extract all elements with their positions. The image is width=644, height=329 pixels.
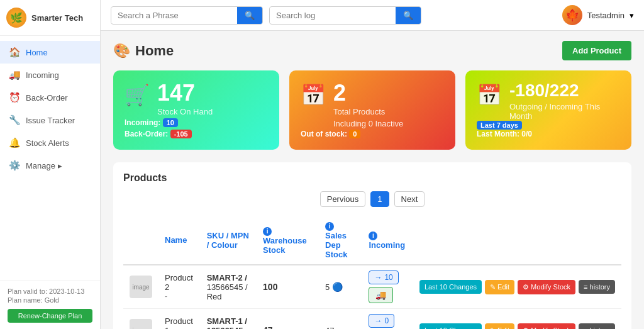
backorder-badge: -105	[170, 130, 192, 138]
search-phrase-input[interactable]	[111, 8, 237, 23]
renew-change-plan-button[interactable]: Renew-Change Plan	[8, 309, 92, 323]
th-image	[123, 216, 158, 265]
stock-alerts-icon: 🔔	[9, 137, 21, 148]
stock-value: 147	[157, 82, 213, 104]
sidebar-logo[interactable]: 🌿 Smarter Tech	[0, 0, 100, 36]
add-product-button[interactable]: Add Product	[562, 41, 631, 60]
sidebar-item-manage[interactable]: ⚙️Manage ▸	[0, 154, 100, 177]
sidebar-item-home[interactable]: 🏠Home	[0, 41, 100, 64]
action-buttons-group: Last 10 Changes✎ Edit⚙ Modify Stock≡ his…	[419, 280, 615, 294]
home-icon: 🏠	[9, 47, 21, 58]
truck-button[interactable]: 🚚	[369, 287, 393, 303]
action-✎-edit-button[interactable]: ✎ Edit	[485, 280, 514, 294]
sidebar-item-back-order[interactable]: ⏰Back-Order	[0, 86, 100, 109]
sidebar-footer: Plan valid to: 2023-10-13 Plan name: Gol…	[0, 281, 100, 329]
sidebar-item-label-issue-tracker: Issue Tracker	[26, 116, 75, 125]
incoming-cell: → 0 🚚	[362, 309, 413, 330]
incoming-qty-value: 0	[384, 316, 389, 325]
logo-text: Smarter Tech	[31, 13, 83, 23]
user-name: Testadmin	[587, 11, 625, 20]
outgoing-value: -180/222	[509, 82, 620, 99]
backorder-detail: Back-Order: -105	[125, 130, 268, 138]
last-7-days-badge: Last 7 days	[477, 121, 522, 130]
sidebar-item-label-home: Home	[26, 48, 48, 57]
action-≡-history-button[interactable]: ≡ history	[579, 323, 615, 329]
issue-tracker-icon: 🔧	[9, 114, 21, 126]
table-header-row: Name SKU / MPN / Colour iWarehouse Stock…	[123, 216, 621, 265]
incoming-qty-value: 10	[384, 273, 392, 282]
action-last-10-changes-button[interactable]: Last 10 Changes	[419, 280, 482, 294]
product-name-cell: Product 1 -	[158, 309, 201, 330]
product-sku: SMART-1 / 13566545	[207, 316, 247, 330]
last-month-text: Last Month: 0/0	[477, 130, 532, 138]
search-phrase-box: 🔍	[111, 6, 263, 25]
sales-dep-stock-cell: 5 🔵	[319, 265, 362, 309]
incoming-detail: Incoming: 10	[125, 118, 268, 127]
incoming-qty-button[interactable]: → 0	[369, 314, 394, 328]
incoming-info-icon: i	[369, 231, 377, 240]
plan-valid: Plan valid to: 2023-10-13	[8, 287, 92, 295]
products-title: Products	[123, 172, 621, 184]
th-actions	[413, 216, 621, 265]
current-page-button[interactable]: 1	[370, 191, 389, 207]
out-of-stock-badge: 0	[349, 130, 360, 138]
plan-name: Plan name: Gold	[8, 296, 92, 304]
back-order-icon: ⏰	[9, 92, 21, 103]
product-name-sub: -	[165, 292, 194, 301]
total-products-label: Total Products	[333, 107, 403, 116]
user-avatar: 🍁	[562, 5, 582, 25]
user-area[interactable]: 🍁 Testadmin ▾	[562, 5, 634, 25]
incoming-qty-button[interactable]: → 10	[369, 270, 398, 284]
warehouse-stock-cell: 47	[257, 309, 319, 330]
sidebar-item-label-manage: Manage ▸	[26, 161, 62, 170]
sidebar-item-stock-alerts[interactable]: 🔔Stock Alerts	[0, 131, 100, 154]
sidebar-item-label-back-order: Back-Order	[26, 93, 67, 103]
content-area: 🎨 Home Add Product 🛒 147 Stock On Hand I…	[101, 31, 644, 329]
stock-label: Stock On Hand	[157, 107, 213, 116]
search-phrase-button[interactable]: 🔍	[237, 7, 262, 24]
sales-dep-stock-value: 5 🔵	[325, 282, 356, 292]
product-name: Product 1	[165, 316, 194, 329]
stat-card-stock-on-hand: 🛒 147 Stock On Hand Incoming: 10 Back-Or…	[113, 70, 279, 150]
action-⚙-modify-stock-button[interactable]: ⚙ Modify Stock	[518, 280, 575, 294]
page-title-row: 🎨 Home Add Product	[113, 41, 631, 60]
main-content: 🔍 🔍 🍁 Testadmin ▾ 🎨 Home Add Product	[101, 0, 644, 329]
th-incoming: iIncoming	[362, 216, 413, 265]
incoming-content: → 0 🚚	[369, 314, 407, 329]
sidebar-item-label-stock-alerts: Stock Alerts	[26, 138, 69, 148]
sidebar-item-incoming[interactable]: 🚚Incoming	[0, 64, 100, 86]
action-buttons-cell: Last 10 Changes✎ Edit⚙ Modify Stock≡ his…	[413, 265, 621, 309]
stock-details: Incoming: 10 Back-Order: -105	[125, 118, 268, 138]
next-page-button[interactable]: Next	[394, 191, 425, 207]
sales-dep-stock-cell: 47	[319, 309, 362, 330]
prev-page-button[interactable]: Pervious	[320, 191, 366, 207]
search-log-button[interactable]: 🔍	[396, 7, 421, 24]
sidebar-item-issue-tracker[interactable]: 🔧Issue Tracker	[0, 109, 100, 131]
total-products-value: 2	[333, 82, 403, 104]
warehouse-stock-value: 47	[263, 325, 273, 329]
stat-cards: 🛒 147 Stock On Hand Incoming: 10 Back-Or…	[113, 70, 631, 150]
incoming-badge: 10	[163, 118, 178, 127]
action-⚙-modify-stock-button[interactable]: ⚙ Modify Stock	[518, 323, 575, 330]
product-image-cell: image	[123, 265, 158, 309]
warehouse-stock-value: 100	[263, 282, 277, 292]
product-sku: SMART-2 /	[207, 273, 247, 282]
th-warehouse: iWarehouse Stock	[257, 216, 319, 265]
sidebar: 🌿 Smarter Tech 🏠Home🚚Incoming⏰Back-Order…	[0, 0, 101, 329]
stock-cart-icon: 🛒	[125, 83, 150, 107]
th-sku: SKU / MPN / Colour	[201, 216, 257, 265]
stat-card-total-products: 📅 2 Total Products Including 0 Inactive …	[289, 70, 455, 150]
arrow-right-icon: →	[374, 273, 382, 282]
warehouse-info-icon: i	[263, 227, 272, 236]
search-log-input[interactable]	[270, 8, 396, 23]
action-≡-history-button[interactable]: ≡ history	[579, 280, 615, 294]
action-last-10-changes-button[interactable]: Last 10 Changes	[419, 323, 482, 329]
incoming-cell: → 10 🚚	[362, 265, 413, 309]
product-name: Product 2	[165, 273, 194, 292]
outgoing-label: Outgoing / Incoming This Month	[509, 102, 620, 121]
product-image: image	[130, 319, 152, 329]
action-✎-edit-button[interactable]: ✎ Edit	[485, 323, 514, 330]
sales-dep-stock-value: 47	[325, 326, 356, 330]
outgoing-details: Last 7 days Last Month: 0/0	[477, 121, 620, 138]
manage-icon: ⚙️	[9, 160, 21, 171]
